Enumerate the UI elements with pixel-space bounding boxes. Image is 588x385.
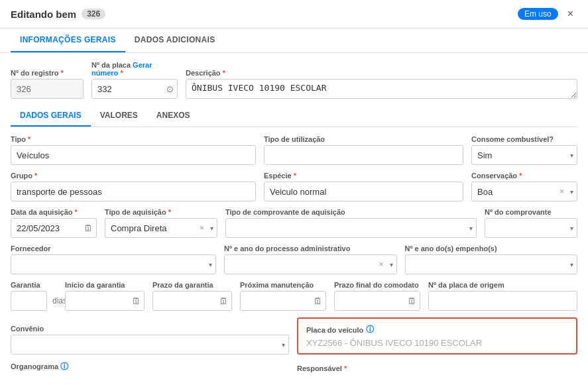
title-text: Editando bem bbox=[11, 9, 76, 20]
num-empenho-label: Nº e ano do(s) empenho(s) bbox=[405, 245, 578, 252]
num-comprovante-wrapper: ▾ bbox=[485, 218, 577, 238]
tab-informacoes-gerais[interactable]: INFORMAÇÕES GERAIS bbox=[11, 28, 125, 52]
calendar-icon-5[interactable]: 🗓 bbox=[408, 296, 416, 306]
calendar-icon-2[interactable]: 🗓 bbox=[132, 296, 141, 306]
descricao-textarea[interactable]: ÔNIBUS IVECO 10190 ESCOLAR bbox=[186, 79, 577, 99]
tipo-aquisicao-group: Tipo de aquisição * Compra Direta × ▾ bbox=[105, 208, 217, 238]
grupo-input[interactable] bbox=[11, 182, 256, 201]
num-placa-origem-label: Nº da placa de origem bbox=[428, 281, 577, 289]
inicio-garantia-label: Início da garantia bbox=[65, 281, 145, 289]
tipo-utilizacao-group: Tipo de utilização bbox=[264, 135, 463, 165]
tipo-utilizacao-input[interactable] bbox=[264, 145, 463, 165]
close-button[interactable]: × bbox=[563, 7, 577, 21]
responsavel-group: Responsável * bbox=[297, 364, 577, 372]
conservacao-clear-btn[interactable]: × bbox=[559, 187, 564, 196]
proxima-manutencao-group: Próxima manutenção 🗓 bbox=[240, 281, 326, 311]
descricao-label: Descrição * bbox=[186, 69, 577, 77]
num-empenho-group: Nº e ano do(s) empenho(s) ▾ bbox=[405, 245, 578, 274]
prazo-comodato-wrapper: 🗓 bbox=[334, 291, 420, 311]
prazo-garantia-wrapper: 🗓 bbox=[152, 291, 232, 311]
tipo-comprovante-group: Tipo de comprovante de aquisição ▾ bbox=[225, 208, 477, 238]
placa-veiculo-group: Placa do veículo ⓘ XYZ2566 - ÔNIBUS IVEC… bbox=[297, 317, 577, 355]
registro-group: Nº do registro * bbox=[11, 69, 84, 99]
placa-group: Nº da placa Gerar número * ⊙ bbox=[91, 61, 178, 99]
row-tipo: Tipo * Tipo de utilização Consome combus… bbox=[11, 135, 577, 165]
fornecedor-label: Fornecedor bbox=[11, 245, 216, 252]
status-badge: Em uso bbox=[518, 8, 558, 20]
fornecedor-group: Fornecedor ▾ bbox=[11, 245, 216, 274]
placa-label: Nº da placa Gerar número * bbox=[91, 61, 178, 77]
num-comprovante-label: Nº do comprovante bbox=[485, 208, 577, 216]
sub-tab-valores[interactable]: VALORES bbox=[91, 105, 147, 127]
prazo-comodato-group: Prazo final do comodato 🗓 bbox=[334, 281, 420, 311]
calendar-icon-4[interactable]: 🗓 bbox=[314, 296, 322, 306]
tipo-aquisicao-wrapper: Compra Direta × ▾ bbox=[105, 218, 217, 238]
row-organograma: Organograma ⓘ Responsável * bbox=[11, 361, 577, 372]
proxima-manutencao-wrapper: 🗓 bbox=[240, 291, 326, 311]
convenio-select[interactable] bbox=[11, 335, 289, 355]
info-icon: ⓘ bbox=[366, 324, 374, 335]
circle-icon: ⊙ bbox=[166, 84, 174, 94]
conservacao-select-wrapper: Boa Regular Ruim × ▾ bbox=[471, 182, 577, 201]
placa-input-wrapper: ⊙ bbox=[91, 79, 178, 99]
num-comprovante-select[interactable] bbox=[485, 218, 577, 238]
grupo-label: Grupo * bbox=[11, 172, 256, 180]
num-processo-select[interactable] bbox=[224, 254, 397, 274]
consome-group: Consome combustível? Sim Não ▾ bbox=[471, 135, 577, 165]
tab-dados-adicionais[interactable]: DADOS ADICIONAIS bbox=[125, 28, 225, 52]
garantia-label: Garantia bbox=[11, 281, 57, 289]
grupo-group: Grupo * bbox=[11, 172, 256, 201]
num-placa-origem-input[interactable] bbox=[428, 291, 577, 311]
data-aquisicao-group: Data da aquisição * 🗓 bbox=[11, 208, 97, 238]
conservacao-label: Conservação * bbox=[471, 172, 577, 180]
prazo-garantia-label: Prazo da garantia bbox=[152, 281, 232, 289]
fornecedor-select[interactable] bbox=[11, 254, 216, 274]
prazo-comodato-label: Prazo final do comodato bbox=[334, 281, 420, 289]
sub-tab-anexos[interactable]: ANEXOS bbox=[147, 105, 200, 127]
tipo-group: Tipo * bbox=[11, 135, 256, 165]
descricao-group: Descrição * ÔNIBUS IVECO 10190 ESCOLAR bbox=[186, 69, 577, 99]
placa-input[interactable] bbox=[91, 79, 178, 99]
tipo-comprovante-select[interactable] bbox=[225, 218, 477, 238]
tipo-label: Tipo * bbox=[11, 135, 256, 143]
fornecedor-wrapper: ▾ bbox=[11, 254, 216, 274]
num-comprovante-group: Nº do comprovante ▾ bbox=[485, 208, 577, 238]
sub-tab-dados-gerais[interactable]: DADOS GERAIS bbox=[11, 105, 91, 127]
tipo-comprovante-label: Tipo de comprovante de aquisição bbox=[225, 208, 477, 216]
row-grupo: Grupo * Espécie * Conservação * Boa Regu… bbox=[11, 172, 577, 201]
num-processo-clear-btn[interactable]: × bbox=[379, 260, 383, 269]
main-tab-bar: INFORMAÇÕES GERAIS DADOS ADICIONAIS bbox=[0, 28, 588, 53]
tipo-aquisicao-clear-btn[interactable]: × bbox=[200, 223, 204, 233]
calendar-icon-1[interactable]: 🗓 bbox=[84, 223, 93, 233]
responsavel-label: Responsável * bbox=[297, 364, 577, 372]
inicio-garantia-wrapper: 🗓 bbox=[65, 291, 145, 311]
row-garantia: Garantia dias Início da garantia 🗓 Prazo… bbox=[11, 281, 577, 311]
convenio-label: Convênio bbox=[11, 325, 289, 333]
num-empenho-select[interactable] bbox=[405, 254, 578, 274]
convenio-wrapper: ▾ bbox=[11, 335, 289, 355]
num-placa-origem-group: Nº da placa de origem bbox=[428, 281, 577, 311]
row-convenio: Convênio ▾ Placa do veículo ⓘ XYZ2566 - … bbox=[11, 317, 577, 355]
calendar-icon-3[interactable]: 🗓 bbox=[219, 296, 228, 306]
registro-input[interactable] bbox=[11, 79, 84, 99]
especie-group: Espécie * bbox=[264, 172, 463, 201]
row-fornecedor: Fornecedor ▾ Nº e ano do processo admini… bbox=[11, 245, 577, 274]
num-empenho-wrapper: ▾ bbox=[405, 254, 578, 274]
conservacao-group: Conservação * Boa Regular Ruim × ▾ bbox=[471, 172, 577, 201]
num-processo-label: Nº e ano do processo administrativo bbox=[224, 245, 397, 252]
consome-select-wrapper: Sim Não ▾ bbox=[471, 145, 577, 165]
especie-label: Espécie * bbox=[264, 172, 463, 180]
num-processo-wrapper: × ▾ bbox=[224, 254, 397, 274]
convenio-group: Convênio ▾ bbox=[11, 325, 289, 355]
tipo-utilizacao-label: Tipo de utilização bbox=[264, 135, 463, 143]
organograma-label: Organograma ⓘ bbox=[11, 361, 289, 372]
data-aquisicao-label: Data da aquisição * bbox=[11, 208, 97, 216]
tipo-input[interactable] bbox=[11, 145, 256, 165]
placa-veiculo-value: XYZ2566 - ÔNIBUS IVECO 10190 ESCOLAR bbox=[306, 338, 568, 348]
tipo-aquisicao-label: Tipo de aquisição * bbox=[105, 208, 217, 216]
garantia-input[interactable] bbox=[11, 291, 47, 311]
data-aquisicao-wrapper: 🗓 bbox=[11, 218, 97, 238]
placa-veiculo-label: Placa do veículo ⓘ bbox=[306, 324, 568, 335]
especie-input[interactable] bbox=[264, 182, 463, 201]
consome-select[interactable]: Sim Não bbox=[471, 145, 577, 165]
